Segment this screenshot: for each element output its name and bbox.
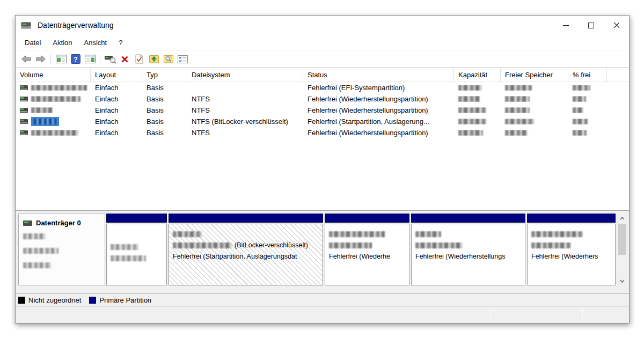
folder-up-icon[interactable] bbox=[147, 53, 160, 65]
partition-block[interactable]: Fehlerfrei (Wiederhers bbox=[527, 214, 616, 285]
redacted-partition-label bbox=[531, 231, 583, 237]
scroll-up-icon[interactable] bbox=[618, 214, 627, 223]
redacted-partition-label bbox=[329, 231, 385, 237]
scroll-down-icon[interactable] bbox=[618, 276, 627, 285]
legend-label-primary: Primäre Partition bbox=[99, 296, 151, 304]
legend-bar: Nicht zugeordnet Primäre Partition bbox=[16, 294, 629, 306]
column-header-pct-frei[interactable]: % frei bbox=[568, 68, 607, 82]
redacted-partition-size bbox=[173, 243, 232, 248]
table-row-selected[interactable]: Einfach Basis NTFS (BitLocker-verschlüss… bbox=[16, 116, 629, 127]
partition-block[interactable]: Fehlerfrei (Wiederherstellungs bbox=[411, 214, 525, 285]
scrollbar-thumb[interactable] bbox=[618, 224, 626, 255]
disk-0-card[interactable]: Datenträger 0 bbox=[18, 214, 105, 285]
menu-ansicht[interactable]: Ansicht bbox=[78, 37, 113, 48]
toolbar: ? bbox=[16, 50, 629, 68]
redacted-partition-size bbox=[415, 243, 463, 248]
column-header-filler bbox=[607, 68, 629, 82]
minimize-button[interactable] bbox=[553, 16, 579, 35]
status-divider bbox=[490, 307, 491, 322]
cell-typ: Basis bbox=[142, 106, 187, 114]
table-row[interactable]: Einfach Basis NTFS Fehlerfrei (Wiederher… bbox=[16, 127, 629, 138]
legend-label-unallocated: Nicht zugeordnet bbox=[28, 296, 81, 304]
cell-typ: Basis bbox=[142, 95, 187, 103]
back-icon[interactable] bbox=[19, 53, 33, 65]
selected-volume-highlight bbox=[31, 117, 59, 126]
partition-block[interactable] bbox=[106, 214, 167, 285]
redacted-volume-name bbox=[31, 85, 87, 91]
menu-datei[interactable]: Datei bbox=[19, 37, 47, 48]
maximize-button[interactable] bbox=[579, 16, 604, 35]
cell-layout: Einfach bbox=[91, 106, 142, 114]
table-row[interactable]: Einfach Basis NTFS Fehlerfrei (Wiederher… bbox=[16, 93, 629, 105]
redacted-pct-free bbox=[573, 85, 590, 91]
disk-title: Datenträger 0 bbox=[36, 219, 81, 227]
column-header-layout[interactable]: Layout bbox=[91, 68, 142, 82]
partition-status: Fehlerfrei (Wiederhe bbox=[329, 251, 390, 262]
volume-icon bbox=[20, 119, 28, 124]
menu-bar: Datei Aktion Ansicht ? bbox=[16, 35, 629, 50]
status-divider bbox=[582, 307, 583, 322]
volume-icon bbox=[20, 97, 28, 101]
column-header-kapazitaet[interactable]: Kapazität bbox=[454, 68, 501, 82]
disk-inspect-icon[interactable] bbox=[104, 53, 117, 65]
column-header-freier-speicher[interactable]: Freier Speicher bbox=[501, 68, 568, 82]
cell-status: Fehlerfrei (Startpartition, Auslagerung.… bbox=[303, 117, 454, 126]
redacted-capacity bbox=[458, 96, 480, 102]
redacted-volume-name bbox=[31, 130, 78, 136]
column-header-volume[interactable]: Volume bbox=[16, 68, 91, 82]
cell-typ: Basis bbox=[142, 84, 187, 92]
cell-layout: Einfach bbox=[91, 117, 142, 126]
table-row[interactable]: Einfach Basis Fehlerfrei (EFI-Systempart… bbox=[16, 82, 629, 93]
document-check-icon[interactable] bbox=[133, 53, 146, 65]
partition-block[interactable]: Fehlerfrei (Wiederhe bbox=[325, 214, 409, 285]
redacted-volume-name bbox=[31, 107, 53, 113]
cell-typ: Basis bbox=[142, 129, 187, 137]
cell-layout: Einfach bbox=[91, 95, 142, 103]
volume-list-panel: Volume Layout Typ Dateisystem Status Kap… bbox=[16, 68, 629, 211]
partition-block-selected[interactable]: (BitLocker-verschlüsselt) Fehlerfrei (St… bbox=[169, 214, 323, 285]
cell-dateisystem: NTFS bbox=[187, 95, 303, 103]
vertical-scrollbar[interactable] bbox=[618, 214, 627, 285]
partition-status: Fehlerfrei (Startpartition, Auslagerungs… bbox=[173, 251, 297, 262]
redacted-volume-name bbox=[34, 119, 56, 124]
cell-dateisystem: NTFS bbox=[187, 129, 303, 137]
close-button[interactable] bbox=[604, 16, 629, 35]
folder-search-icon[interactable] bbox=[162, 53, 175, 65]
delete-icon[interactable] bbox=[118, 53, 131, 65]
partition-status: Fehlerfrei (Wiederhers bbox=[531, 251, 598, 262]
column-header-status[interactable]: Status bbox=[303, 68, 454, 82]
column-header-dateisystem[interactable]: Dateisystem bbox=[187, 68, 303, 82]
properties-list-icon[interactable] bbox=[176, 53, 189, 65]
toolbar-separator bbox=[50, 54, 51, 64]
table-row[interactable]: Einfach Basis NTFS Fehlerfrei (Wiederher… bbox=[16, 105, 629, 116]
redacted-volume-name bbox=[31, 96, 80, 102]
partition-color-bar bbox=[106, 214, 167, 223]
redacted-disk-size bbox=[23, 248, 58, 254]
cell-dateisystem: NTFS (BitLocker-verschlüsselt) bbox=[187, 117, 303, 126]
redacted-disk-status bbox=[23, 262, 51, 268]
cell-status: Fehlerfrei (Wiederherstellungspartition) bbox=[303, 106, 454, 114]
disk-icon bbox=[23, 221, 32, 226]
help-icon[interactable]: ? bbox=[69, 53, 82, 65]
bitlocker-suffix: (BitLocker-verschlüsselt) bbox=[235, 240, 308, 251]
redacted-partition-size bbox=[531, 243, 571, 248]
action-pane-icon[interactable] bbox=[83, 53, 97, 65]
graphical-view-panel: Datenträger 0 bbox=[16, 211, 629, 294]
redacted-free-space bbox=[505, 130, 528, 136]
redacted-pct-free bbox=[573, 130, 587, 136]
console-tree-icon[interactable] bbox=[54, 53, 68, 65]
partition-color-bar bbox=[169, 214, 323, 223]
redacted-capacity bbox=[458, 130, 483, 136]
redacted-pct-free bbox=[573, 96, 586, 102]
partition-color-bar bbox=[527, 214, 616, 223]
cell-status: Fehlerfrei (Wiederherstellungspartition) bbox=[303, 95, 454, 103]
redacted-capacity bbox=[458, 85, 482, 91]
scrollbar-track[interactable] bbox=[618, 223, 627, 276]
column-header-typ[interactable]: Typ bbox=[142, 68, 187, 82]
forward-icon[interactable] bbox=[34, 53, 47, 65]
menu-aktion[interactable]: Aktion bbox=[47, 37, 78, 48]
redacted-partition-size bbox=[329, 243, 372, 248]
volume-icon bbox=[20, 108, 28, 113]
menu-hilfe[interactable]: ? bbox=[113, 37, 128, 48]
redacted-capacity bbox=[458, 107, 486, 113]
